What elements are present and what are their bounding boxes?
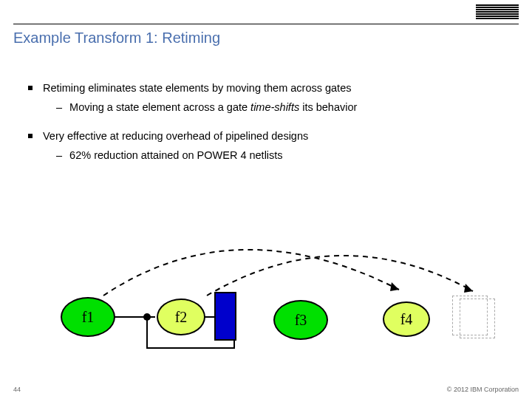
- node-f4: f4: [383, 301, 430, 337]
- wire: [146, 347, 235, 349]
- page-number: 44: [13, 386, 21, 393]
- bullet-2-sub-text: 62% reduction attained on POWER 4 netlis…: [69, 149, 283, 163]
- state-element: [214, 292, 236, 341]
- node-f3: f3: [273, 300, 328, 340]
- node-f2-label: f2: [175, 309, 188, 326]
- dash-marker: –: [56, 100, 62, 115]
- bullet-marker: [28, 134, 33, 138]
- sub-text-em: time-shifts: [250, 101, 299, 113]
- placeholder-box: [460, 299, 495, 338]
- bullet-marker: [28, 86, 33, 90]
- bullet-2: Very effective at reducing overhead of p…: [28, 129, 510, 144]
- retiming-diagram: f1 f2 f3 f4: [0, 222, 532, 369]
- copyright: © 2012 IBM Corporation: [447, 386, 519, 393]
- bullet-list: Retiming eliminates state elements by mo…: [28, 81, 510, 177]
- node-f1: f1: [61, 297, 115, 337]
- wire: [146, 316, 148, 349]
- node-f1-label: f1: [82, 309, 95, 326]
- wire-junction: [143, 313, 151, 321]
- bullet-1-text: Retiming eliminates state elements by mo…: [43, 81, 351, 96]
- bullet-1-sub: – Moving a state element across a gate t…: [56, 100, 510, 115]
- sub-text-pre: Moving a state element across a gate: [69, 101, 250, 113]
- slide-title: Example Transform 1: Retiming: [13, 30, 220, 47]
- bullet-2-sub: – 62% reduction attained on POWER 4 netl…: [56, 149, 510, 163]
- dash-marker: –: [56, 149, 62, 163]
- node-f4-label: f4: [400, 311, 413, 328]
- header-rule: [13, 24, 519, 24]
- ibm-logo: [476, 4, 519, 21]
- node-f2: f2: [157, 299, 205, 335]
- bullet-1: Retiming eliminates state elements by mo…: [28, 81, 510, 96]
- sub-text-post: its behavior: [299, 101, 357, 113]
- node-f3-label: f3: [295, 312, 307, 329]
- bullet-1-sub-text: Moving a state element across a gate tim…: [69, 100, 357, 115]
- bullet-2-text: Very effective at reducing overhead of p…: [43, 129, 308, 144]
